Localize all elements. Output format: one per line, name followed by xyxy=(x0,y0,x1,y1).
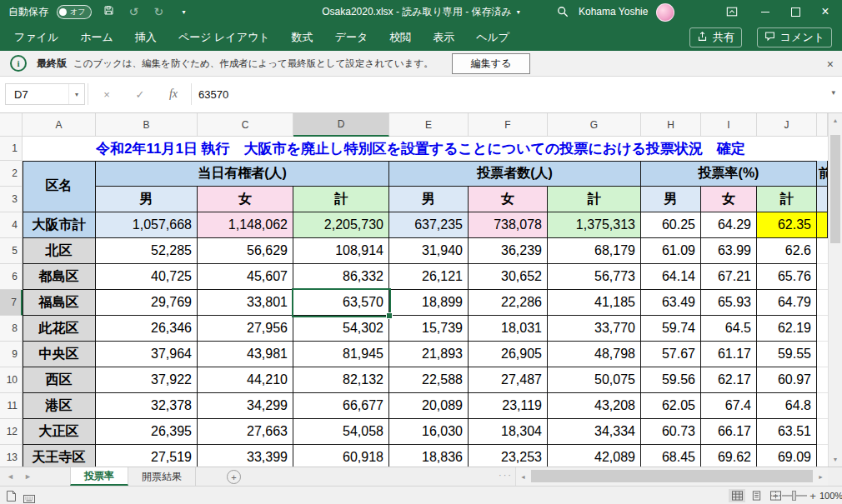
cell-partial-12[interactable] xyxy=(817,419,828,445)
ribbon-tab-help[interactable]: ヘルプ xyxy=(465,23,520,51)
scroll-left-icon[interactable]: ◄ xyxy=(516,467,530,486)
cell-C4[interactable]: 1,148,062 xyxy=(198,212,293,238)
cell-partial-5[interactable] xyxy=(817,238,828,264)
cell-E10[interactable]: 22,588 xyxy=(389,367,469,393)
cell-D5[interactable]: 108,914 xyxy=(293,238,389,264)
cell-A11[interactable]: 港区 xyxy=(23,393,96,419)
cell-J3[interactable]: 計 xyxy=(757,187,817,212)
ribbon-tab-review[interactable]: 校閲 xyxy=(378,23,422,51)
vertical-scrollbar[interactable]: ▲ ▼ xyxy=(828,113,842,467)
normal-view-button[interactable] xyxy=(729,489,745,502)
ribbon-display-options-icon[interactable] xyxy=(726,6,738,21)
cell-I7[interactable]: 65.93 xyxy=(701,290,757,316)
row-header-9[interactable]: 9 xyxy=(0,342,23,367)
comments-button[interactable]: コメント xyxy=(757,27,832,47)
cell-D10[interactable]: 82,132 xyxy=(293,367,389,393)
tab-splitter-dots[interactable]: ··· xyxy=(499,470,513,480)
row-header-13[interactable]: 13 xyxy=(0,445,23,467)
row-header-11[interactable]: 11 xyxy=(0,393,23,419)
close-button[interactable]: × xyxy=(811,0,839,23)
cell-H4[interactable]: 60.25 xyxy=(641,212,701,238)
column-header-G[interactable]: G xyxy=(548,113,641,137)
cell-C12[interactable]: 27,663 xyxy=(198,419,293,445)
column-header-F[interactable]: F xyxy=(469,113,548,137)
title-dropdown-icon[interactable]: ▾ xyxy=(517,8,520,16)
cell-I8[interactable]: 64.5 xyxy=(701,316,757,342)
cell-B9[interactable]: 37,964 xyxy=(96,342,198,367)
cell-D8[interactable]: 54,302 xyxy=(293,316,389,342)
cell-partial-9[interactable] xyxy=(817,342,828,367)
keyboard-icon[interactable] xyxy=(23,492,35,504)
cell-C13[interactable]: 33,399 xyxy=(198,445,293,467)
cell-J11[interactable]: 64.8 xyxy=(757,393,817,419)
add-sheet-button[interactable]: + xyxy=(227,470,241,484)
row-header-5[interactable]: 5 xyxy=(0,238,23,264)
cell-G3[interactable]: 計 xyxy=(548,187,641,212)
cell-E3[interactable]: 男 xyxy=(389,187,469,212)
cell-F12[interactable]: 18,304 xyxy=(469,419,548,445)
cell-F3[interactable]: 女 xyxy=(469,187,548,212)
ribbon-tab-file[interactable]: ファイル xyxy=(3,23,69,51)
ribbon-tab-formulas[interactable]: 数式 xyxy=(281,23,324,51)
autosave-toggle[interactable]: オフ xyxy=(57,5,92,19)
column-header-I[interactable]: I xyxy=(701,113,757,137)
scroll-down-icon[interactable]: ▼ xyxy=(829,452,842,467)
cell-F5[interactable]: 36,239 xyxy=(469,238,548,264)
cell-H6[interactable]: 64.14 xyxy=(641,264,701,290)
save-icon[interactable] xyxy=(100,5,117,18)
cell-E7[interactable]: 18,899 xyxy=(389,290,469,316)
formula-input[interactable]: 63570 xyxy=(192,83,819,105)
column-header-partial[interactable] xyxy=(817,113,828,137)
cell-A10[interactable]: 西区 xyxy=(23,367,96,393)
cell-H11[interactable]: 62.05 xyxy=(641,393,701,419)
cell-I6[interactable]: 67.21 xyxy=(701,264,757,290)
cell-B13[interactable]: 27,519 xyxy=(96,445,198,467)
cell-B4[interactable]: 1,057,668 xyxy=(96,212,198,238)
cell-F10[interactable]: 27,487 xyxy=(469,367,548,393)
minimize-button[interactable] xyxy=(751,0,779,23)
group-header-turnout[interactable]: 投票率(%) xyxy=(641,161,817,187)
cell-H3[interactable]: 男 xyxy=(641,187,701,212)
cell-partial-3[interactable] xyxy=(817,187,828,212)
document-icon[interactable] xyxy=(7,490,16,504)
column-header-D[interactable]: D xyxy=(293,113,389,137)
cell-J4[interactable]: 62.35 xyxy=(757,212,817,238)
cell-H9[interactable]: 57.67 xyxy=(641,342,701,367)
sheet-tab-turnout[interactable]: 投票率 xyxy=(70,467,128,486)
cell-B12[interactable]: 26,395 xyxy=(96,419,198,445)
search-icon[interactable] xyxy=(557,6,569,21)
cell-G13[interactable]: 42,089 xyxy=(548,445,641,467)
cell-H7[interactable]: 63.49 xyxy=(641,290,701,316)
cell-E9[interactable]: 21,893 xyxy=(389,342,469,367)
cell-D3[interactable]: 計 xyxy=(293,187,389,212)
cell-E6[interactable]: 26,121 xyxy=(389,264,469,290)
group-header-next-partial[interactable]: 前 xyxy=(817,161,828,187)
cell-partial-10[interactable] xyxy=(817,367,828,393)
cell-C10[interactable]: 44,210 xyxy=(198,367,293,393)
cell-D11[interactable]: 66,677 xyxy=(293,393,389,419)
row-header-8[interactable]: 8 xyxy=(0,316,23,342)
cell-B7[interactable]: 29,769 xyxy=(96,290,198,316)
zoom-level[interactable]: 100% xyxy=(819,487,842,504)
page-layout-view-button[interactable] xyxy=(748,489,764,502)
cell-I4[interactable]: 64.29 xyxy=(701,212,757,238)
cell-F6[interactable]: 30,652 xyxy=(469,264,548,290)
cell-partial-8[interactable] xyxy=(817,316,828,342)
cell-I10[interactable]: 62.17 xyxy=(701,367,757,393)
cell-G6[interactable]: 56,773 xyxy=(548,264,641,290)
column-header-E[interactable]: E xyxy=(389,113,469,137)
cell-A8[interactable]: 此花区 xyxy=(23,316,96,342)
zoom-slider[interactable] xyxy=(782,487,807,504)
avatar[interactable] xyxy=(656,3,674,22)
scroll-up-icon[interactable]: ▲ xyxy=(829,113,842,127)
formula-bar-expand-icon[interactable]: ▾ xyxy=(831,88,835,97)
row-header-12[interactable]: 12 xyxy=(0,419,23,445)
cell-A7[interactable]: 福島区 xyxy=(23,290,96,316)
quick-access-menu-icon[interactable]: ▾ xyxy=(175,8,192,16)
message-bar-close-icon[interactable]: × xyxy=(827,51,834,77)
cell-G10[interactable]: 50,075 xyxy=(548,367,641,393)
cell-partial-7[interactable] xyxy=(817,290,828,316)
sheet-nav-left-icon[interactable]: ◄ xyxy=(7,472,14,481)
cell-E13[interactable]: 18,836 xyxy=(389,445,469,467)
name-box[interactable]: D7 ▾ xyxy=(5,83,85,105)
